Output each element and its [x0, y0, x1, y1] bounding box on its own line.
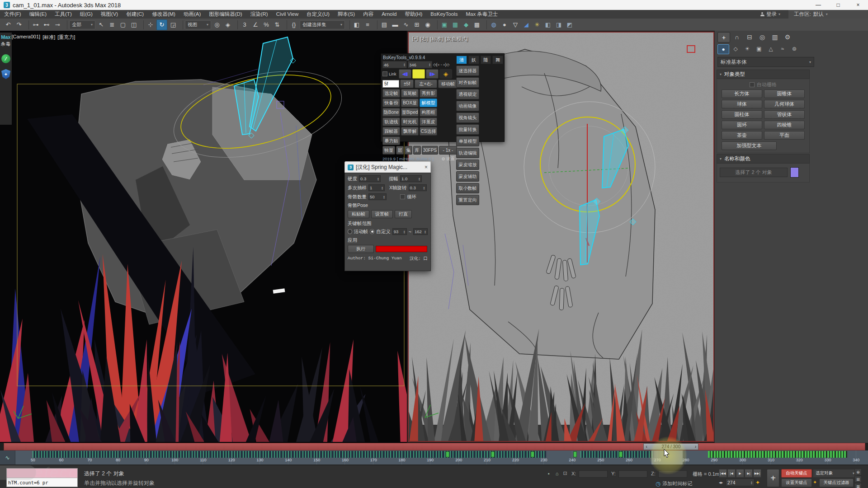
next-key-button[interactable]: ▮▶ [426, 69, 439, 79]
align-frame-button[interactable]: 对齐贴帧 [456, 77, 479, 88]
move-frame-button[interactable]: 移动帧 [438, 80, 458, 88]
cylinder-button[interactable]: 圆柱体 [722, 110, 762, 119]
spacewarps-subtab[interactable]: ≈ [777, 44, 788, 53]
retarget-button[interactable]: 重置定向 [456, 195, 479, 205]
curve-editor-icon[interactable]: ∿ [401, 20, 411, 30]
viewport-label-token[interactable]: [重充力] [57, 34, 75, 41]
set-button[interactable]: 集 [405, 146, 412, 155]
unhide-model-button[interactable]: 解模型 [420, 99, 437, 107]
tab-qing[interactable]: 清 [456, 56, 467, 64]
bones-spinner[interactable]: 50▲▼ [368, 193, 387, 200]
clip-c-icon[interactable]: ◩ [565, 20, 575, 30]
quick-backup-button[interactable]: 快备份 [382, 99, 400, 107]
category-dropdown[interactable]: 标准基本体 ▾ [717, 57, 814, 67]
x-coordinate-field[interactable] [579, 470, 608, 478]
select-and-scale-icon[interactable]: ◲ [168, 20, 178, 30]
viewport-label-token[interactable]: [标准] [430, 36, 443, 42]
material-editor-icon[interactable]: ◉ [423, 20, 433, 30]
menu-item[interactable]: 动画(A) [179, 10, 205, 19]
toolbar-button[interactable] [484, 20, 487, 29]
trajectory-button[interactable]: 轨迹线 [382, 117, 400, 126]
reference-coordinate-dropdown[interactable]: 视图 [185, 20, 211, 29]
skin-scale-button[interactable]: 蒙皮缩放 [456, 160, 479, 170]
left-right-frame-button[interactable]: 左+右- [415, 80, 437, 88]
geometry-subtab[interactable]: ● [717, 44, 729, 54]
clip-b-icon[interactable]: ◨ [554, 20, 564, 30]
range-from-spinner[interactable]: 93▲▼ [392, 228, 407, 235]
select-and-manipulate-icon[interactable]: ◈ [223, 20, 233, 30]
systems-subtab[interactable]: ⊚ [789, 44, 800, 53]
lights-subtab[interactable]: ☀ [742, 44, 753, 53]
login-button[interactable]: 登录 ▾ [757, 11, 788, 18]
plusminus-5f-button[interactable]: ±5f [400, 80, 414, 88]
key-mode-toggle[interactable]: ◀▶ [719, 481, 725, 484]
time-machine-button[interactable]: 时光机 [401, 117, 419, 126]
sampling-spinner[interactable]: 1▲▼ [368, 184, 385, 191]
toolbar-button[interactable] [235, 20, 238, 29]
offset-mode-icon[interactable]: ⊡ [561, 470, 569, 477]
textplus-button[interactable]: 加强型文本 [722, 141, 777, 150]
active-frames-radio[interactable] [348, 229, 352, 234]
slider-prev-arrow[interactable]: ‹ [646, 444, 647, 449]
effects-tool-icon[interactable]: ✳ [532, 20, 542, 30]
perspective-lock-button[interactable]: 透视锁定 [456, 89, 479, 99]
menu-item[interactable]: 内容 [359, 10, 377, 19]
layer-button[interactable]: 层 [396, 146, 404, 155]
viewport-layout-icon[interactable]: ▩ [472, 20, 482, 30]
close-button[interactable]: × [848, 0, 868, 10]
sphere-tool-icon[interactable]: ● [500, 20, 509, 30]
viewport-label-token[interactable]: [灰色模式] [445, 36, 468, 42]
settings-button[interactable]: ⚙ 设置 [441, 156, 455, 162]
menu-item[interactable]: Max 杀毒卫士 [462, 10, 502, 19]
object-name-field[interactable]: 选择了 2 个 对象 [720, 168, 788, 177]
view-camera-button[interactable]: 视角镜头 [456, 113, 479, 123]
menu-item[interactable]: 自定义(U) [302, 10, 333, 19]
select-and-rotate-icon[interactable]: ↻ [156, 19, 167, 30]
hierarchy-tab[interactable]: ⊟ [744, 32, 755, 42]
range-to-spinner[interactable]: 162▲▼ [413, 228, 428, 235]
toolbar-button[interactable] [374, 20, 377, 29]
angle-snap-icon[interactable]: ∠ [250, 20, 260, 30]
bind-to-space-warp-icon[interactable]: ⊸ [52, 20, 62, 30]
stiffness-spinner[interactable]: 0.3▲▼ [359, 175, 381, 182]
menu-item[interactable]: Civil View [272, 10, 303, 19]
frame-offset-input[interactable]: 5f [382, 80, 399, 88]
unlink-selection-icon[interactable]: ⊷ [42, 20, 52, 30]
range-start-spinner[interactable]: 46▲▼ [382, 61, 407, 68]
key-filters-button[interactable]: 关键点过滤器 [819, 479, 854, 487]
selection-set-dropdown[interactable]: 选定对象 [813, 469, 857, 478]
menu-item[interactable]: 文件(F) [0, 10, 25, 19]
range-end-spinner[interactable]: 346▲▼ [408, 61, 432, 68]
fps-button[interactable]: 30FPS [422, 146, 438, 155]
link-checkbox[interactable]: Link [382, 71, 398, 76]
align-icon[interactable]: ≡ [363, 20, 373, 30]
object-color-swatch[interactable] [790, 167, 799, 178]
antivirus-scan-icon[interactable]: ⁄ [1, 54, 10, 63]
cs-select-button[interactable]: CS选择 [420, 127, 437, 136]
mini-selector-button[interactable]: 迷选择器 [456, 66, 479, 76]
paste-frame-button[interactable]: 粘贴帧 [348, 210, 369, 218]
clip-a-icon[interactable]: ◧ [543, 20, 553, 30]
menu-item[interactable]: 修改器(M) [148, 10, 179, 19]
sphere-button[interactable]: 球体 [722, 100, 762, 108]
slider-next-arrow[interactable]: › [695, 444, 696, 449]
helpers-subtab[interactable]: △ [765, 44, 776, 53]
show-biped-button[interactable]: 显Biped [401, 108, 419, 117]
named-selection-field[interactable]: 创建选择集 [300, 20, 345, 29]
toolbar-button[interactable] [64, 20, 67, 29]
layer-explorer-icon[interactable]: ▤ [379, 20, 389, 30]
prev-key-button[interactable]: ◀▮ [399, 69, 411, 79]
viewport-label-token[interactable]: [右] [420, 36, 428, 42]
go-to-start-button[interactable]: |◀◀ [719, 469, 727, 478]
menu-item[interactable]: 脚本(S) [334, 10, 359, 19]
cone-button[interactable]: 圆锥体 [764, 89, 805, 98]
create-tab[interactable]: + [717, 32, 730, 42]
tube-button[interactable]: 管状体 [764, 110, 805, 119]
pyramid-button[interactable]: 四棱锥 [764, 121, 805, 129]
paint-tool-icon[interactable]: ◢ [521, 20, 531, 30]
composition-frame-button[interactable]: 构图框 [420, 108, 437, 117]
selection-filter-dropdown[interactable]: 全部 [69, 20, 95, 29]
tab-wu[interactable]: 舞 [492, 56, 503, 64]
snap-toggle-icon[interactable]: 3 [240, 20, 250, 30]
key-icon[interactable]: ✦ [755, 479, 760, 486]
